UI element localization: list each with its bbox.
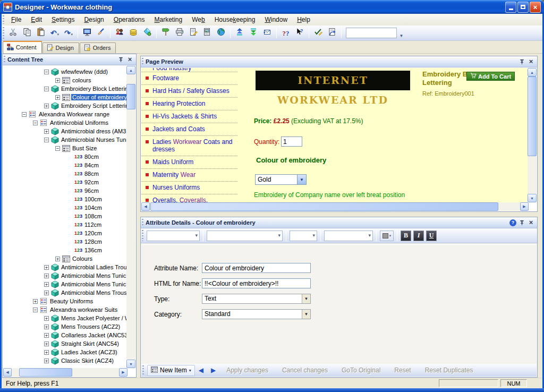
tree-item[interactable]: +Antimicrobial Ladies Trouse <box>3 263 126 271</box>
globe-button[interactable] <box>215 27 227 39</box>
toolbar-grip[interactable] <box>142 365 144 375</box>
preview-menu-item[interactable]: Hard Hats / Safety Glasses <box>141 85 237 98</box>
help-icon[interactable]: ? <box>509 219 517 226</box>
panel-grip[interactable] <box>4 56 5 63</box>
preview-menu-item[interactable]: Hi-Vis Jackets & Shirts <box>141 110 237 123</box>
download-button[interactable] <box>247 27 260 39</box>
menu-window[interactable]: Window <box>260 14 292 25</box>
menu-help[interactable]: Help <box>292 14 315 25</box>
expand-icon[interactable]: + <box>44 350 49 355</box>
tree-item[interactable]: 12380cm <box>3 152 126 161</box>
pin-icon[interactable] <box>518 58 526 65</box>
tree-item[interactable]: +Antimicrobial dress (AM31) <box>3 127 126 135</box>
cut-button[interactable] <box>7 27 20 39</box>
font-name-combo[interactable] <box>207 231 283 241</box>
tree-item[interactable]: −Alexandra Workwear range <box>3 110 126 118</box>
upload-button[interactable] <box>233 27 246 39</box>
tree-item[interactable]: +Classic Skirt (ACZ4) <box>3 356 126 365</box>
preview-menu-item[interactable]: Nurses Uniforms <box>141 182 237 194</box>
tab-design[interactable]: Design <box>42 42 79 53</box>
expand-icon[interactable]: + <box>44 274 49 278</box>
menu-marketing[interactable]: Marketing <box>150 14 188 25</box>
signpost-button[interactable] <box>159 27 172 39</box>
tree-item[interactable]: 12384cm <box>3 161 126 169</box>
type-select[interactable]: Text▼ <box>202 294 311 304</box>
tree-item[interactable]: −Bust Size <box>3 144 126 152</box>
menu-design[interactable]: Design <box>79 14 108 25</box>
html-for-name-field[interactable] <box>202 278 311 288</box>
expand-icon[interactable]: + <box>44 282 49 287</box>
pin-icon[interactable] <box>117 56 125 63</box>
tree-vertical-scrollbar[interactable]: ▲ ▼ <box>126 66 135 368</box>
expand-icon[interactable]: + <box>44 265 49 270</box>
expand-icon[interactable]: + <box>44 104 49 108</box>
menu-housekeeping[interactable]: Housekeeping <box>210 14 260 25</box>
tree-item[interactable]: +Mens Trousers (ACZ2) <box>3 322 126 331</box>
email-button[interactable] <box>261 27 274 39</box>
tree-item[interactable]: 12392cm <box>3 178 126 186</box>
tree-item[interactable]: −Antimicrobial Nurses Tunic ( <box>3 135 126 144</box>
scroll-right-icon[interactable]: ▶ <box>119 368 128 377</box>
scrollbar-thumb[interactable] <box>126 84 135 109</box>
preview-menu-item[interactable]: Hearing Protection <box>141 98 237 110</box>
tree-item[interactable]: −Antimicrobial Uniforms <box>3 118 126 127</box>
context-help-button[interactable]: ? <box>293 27 306 39</box>
scrollbar-thumb[interactable] <box>150 202 498 211</box>
colour-select[interactable]: Gold ▼ <box>255 174 307 185</box>
menu-web[interactable]: Web <box>187 14 209 25</box>
font-combo[interactable] <box>147 231 200 241</box>
close-panel-icon[interactable]: × <box>126 56 134 63</box>
tree-item[interactable]: 123100cm <box>3 195 126 203</box>
shortcut-button[interactable] <box>326 27 338 39</box>
tree-item[interactable]: +Mens Jacket Polyester / Wo <box>3 314 126 322</box>
tree-item[interactable]: +colours <box>3 76 126 84</box>
collapse-icon[interactable]: − <box>44 87 49 91</box>
tree-item[interactable]: 123120cm <box>3 229 126 237</box>
style-combo[interactable] <box>324 231 373 241</box>
tree-item[interactable]: +Antimicrobial Mens Tunic asy <box>3 280 126 288</box>
scroll-left-icon[interactable]: ◀ <box>3 368 12 377</box>
minimize-button[interactable] <box>505 2 516 13</box>
collapse-icon[interactable]: − <box>44 70 49 74</box>
panel-grip[interactable] <box>142 58 143 65</box>
paste-button[interactable] <box>35 27 47 39</box>
print-button[interactable] <box>173 27 186 39</box>
toolbar-overflow-icon[interactable]: ▼ <box>398 27 405 39</box>
help-about-button[interactable]: ?? <box>279 27 292 39</box>
tree-item[interactable]: 123136cm <box>3 246 126 254</box>
preview-menu-item[interactable]: Maternity Wear <box>141 169 237 182</box>
tree-horizontal-scrollbar[interactable]: ◀ ▶ <box>3 368 128 377</box>
collapse-icon[interactable]: − <box>33 308 38 312</box>
add-to-cart-button[interactable]: Add To Cart <box>466 72 515 81</box>
scrollbar-thumb[interactable] <box>19 368 72 377</box>
menubar-grip[interactable] <box>3 15 4 24</box>
panel-grip[interactable] <box>142 219 143 226</box>
expand-icon[interactable]: + <box>55 78 60 83</box>
menu-settings[interactable]: Settings <box>47 14 79 25</box>
expand-icon[interactable]: + <box>44 333 49 338</box>
redo-button[interactable]: ↷▾ <box>62 27 75 39</box>
preview-horizontal-scrollbar[interactable]: ◀ ▶ <box>141 202 529 211</box>
menu-edit[interactable]: Edit <box>26 14 47 25</box>
category-select[interactable]: Standard▼ <box>202 309 311 319</box>
preview-menu-item[interactable]: Food Industry <box>141 68 237 72</box>
tree-item[interactable]: −wfewfewfew (ddd) <box>3 67 126 76</box>
tree-item[interactable]: 123104cm <box>3 203 126 212</box>
toolbar-grip[interactable] <box>3 27 4 39</box>
scroll-down-icon[interactable]: ▼ <box>528 194 537 202</box>
tree-item[interactable]: +Straight Skirt (ANC54) <box>3 339 126 348</box>
collapse-icon[interactable]: − <box>55 146 60 151</box>
expand-icon[interactable]: + <box>33 299 38 304</box>
page-image-button[interactable] <box>201 27 214 39</box>
scrollbar-thumb[interactable] <box>528 76 537 156</box>
reset-button[interactable]: Reset <box>387 367 418 374</box>
attribute-name-field[interactable] <box>202 263 311 273</box>
tab-content[interactable]: Content <box>3 41 42 53</box>
display-button[interactable] <box>81 27 94 39</box>
scroll-right-icon[interactable]: ▶ <box>520 202 529 211</box>
reset-duplicates-button[interactable]: Reset Duplicates <box>418 367 480 374</box>
menu-operations[interactable]: Operations <box>109 14 150 25</box>
tree-item[interactable]: +Antimicrobial Mens Tunic (A <box>3 271 126 280</box>
tree-item[interactable]: −Alexandra workwear Suits <box>3 305 126 314</box>
validate-button[interactable] <box>312 27 325 39</box>
